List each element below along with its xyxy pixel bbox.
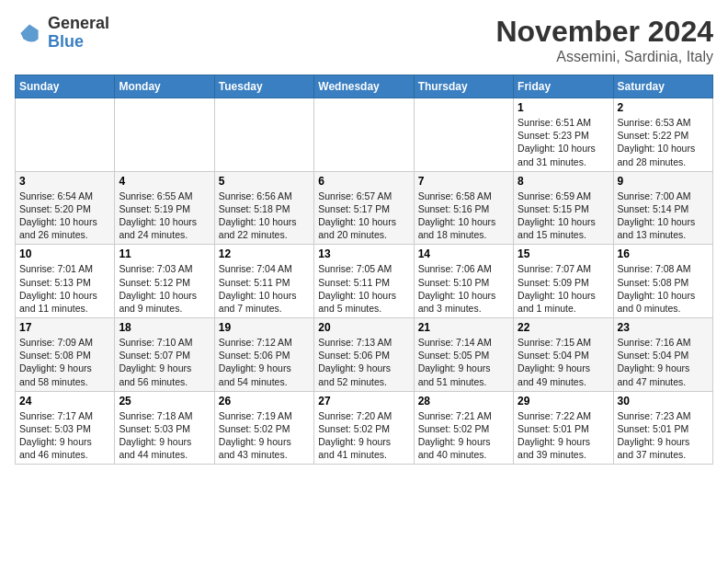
day-number: 13 — [318, 247, 409, 260]
day-number: 9 — [618, 175, 709, 188]
weekday-header-friday: Friday — [514, 75, 613, 98]
calendar-cell: 13Sunrise: 7:05 AM Sunset: 5:11 PM Dayli… — [314, 245, 414, 318]
calendar-week-4: 17Sunrise: 7:09 AM Sunset: 5:08 PM Dayli… — [16, 318, 713, 392]
calendar-cell: 28Sunrise: 7:21 AM Sunset: 5:02 PM Dayli… — [414, 391, 513, 465]
calendar-week-1: 1Sunrise: 6:51 AM Sunset: 5:23 PM Daylig… — [16, 98, 713, 172]
calendar-cell: 23Sunrise: 7:16 AM Sunset: 5:04 PM Dayli… — [613, 318, 712, 392]
calendar-cell: 18Sunrise: 7:10 AM Sunset: 5:07 PM Dayli… — [115, 318, 214, 392]
day-info: Sunrise: 7:03 AM Sunset: 5:12 PM Dayligh… — [119, 262, 210, 315]
calendar-cell: 17Sunrise: 7:09 AM Sunset: 5:08 PM Dayli… — [16, 318, 115, 392]
calendar-cell: 15Sunrise: 7:07 AM Sunset: 5:09 PM Dayli… — [514, 245, 613, 318]
calendar-cell: 6Sunrise: 6:57 AM Sunset: 5:17 PM Daylig… — [314, 171, 414, 245]
logo: General Blue — [15, 15, 109, 52]
day-number: 29 — [518, 395, 609, 408]
day-number: 28 — [418, 395, 509, 408]
logo-icon — [15, 18, 44, 48]
day-info: Sunrise: 7:08 AM Sunset: 5:08 PM Dayligh… — [618, 262, 709, 315]
calendar-cell: 9Sunrise: 7:00 AM Sunset: 5:14 PM Daylig… — [613, 171, 712, 245]
day-info: Sunrise: 6:54 AM Sunset: 5:20 PM Dayligh… — [19, 190, 110, 242]
day-info: Sunrise: 6:51 AM Sunset: 5:23 PM Dayligh… — [518, 116, 609, 168]
day-info: Sunrise: 7:18 AM Sunset: 5:03 PM Dayligh… — [119, 409, 210, 462]
day-info: Sunrise: 7:15 AM Sunset: 5:04 PM Dayligh… — [518, 336, 609, 388]
calendar-week-3: 10Sunrise: 7:01 AM Sunset: 5:13 PM Dayli… — [16, 245, 713, 318]
day-info: Sunrise: 7:05 AM Sunset: 5:11 PM Dayligh… — [318, 262, 409, 315]
day-info: Sunrise: 7:19 AM Sunset: 5:02 PM Dayligh… — [219, 409, 310, 462]
calendar-cell — [16, 98, 115, 172]
weekday-header-monday: Monday — [115, 75, 214, 98]
day-info: Sunrise: 7:13 AM Sunset: 5:06 PM Dayligh… — [318, 336, 409, 388]
calendar-cell: 3Sunrise: 6:54 AM Sunset: 5:20 PM Daylig… — [16, 171, 115, 245]
calendar-week-2: 3Sunrise: 6:54 AM Sunset: 5:20 PM Daylig… — [16, 171, 713, 245]
day-number: 21 — [418, 321, 509, 334]
day-number: 6 — [318, 175, 409, 188]
page-header: General Blue November 2024 Assemini, Sar… — [15, 15, 713, 65]
calendar-cell: 20Sunrise: 7:13 AM Sunset: 5:06 PM Dayli… — [314, 318, 414, 392]
day-number: 23 — [618, 321, 709, 334]
day-number: 17 — [19, 321, 110, 334]
day-number: 14 — [418, 247, 509, 260]
day-info: Sunrise: 7:09 AM Sunset: 5:08 PM Dayligh… — [19, 336, 110, 388]
day-info: Sunrise: 7:00 AM Sunset: 5:14 PM Dayligh… — [618, 190, 709, 242]
location: Assemini, Sardinia, Italy — [495, 49, 713, 65]
title-block: November 2024 Assemini, Sardinia, Italy — [495, 15, 713, 65]
calendar-cell: 11Sunrise: 7:03 AM Sunset: 5:12 PM Dayli… — [115, 245, 214, 318]
day-number: 25 — [119, 395, 210, 408]
day-number: 11 — [119, 247, 210, 260]
weekday-header-wednesday: Wednesday — [314, 75, 414, 98]
day-number: 24 — [19, 395, 110, 408]
day-info: Sunrise: 7:06 AM Sunset: 5:10 PM Dayligh… — [418, 262, 509, 315]
day-info: Sunrise: 6:59 AM Sunset: 5:15 PM Dayligh… — [518, 190, 609, 242]
weekday-header-sunday: Sunday — [16, 75, 115, 98]
calendar-cell: 21Sunrise: 7:14 AM Sunset: 5:05 PM Dayli… — [414, 318, 513, 392]
calendar-cell: 10Sunrise: 7:01 AM Sunset: 5:13 PM Dayli… — [16, 245, 115, 318]
calendar: SundayMondayTuesdayWednesdayThursdayFrid… — [15, 75, 713, 465]
day-info: Sunrise: 6:57 AM Sunset: 5:17 PM Dayligh… — [318, 190, 409, 242]
weekday-header-row: SundayMondayTuesdayWednesdayThursdayFrid… — [16, 75, 713, 98]
logo-general: General — [48, 15, 109, 33]
calendar-cell: 5Sunrise: 6:56 AM Sunset: 5:18 PM Daylig… — [214, 171, 313, 245]
day-info: Sunrise: 6:55 AM Sunset: 5:19 PM Dayligh… — [119, 190, 210, 242]
logo-text: General Blue — [48, 15, 109, 52]
day-number: 5 — [219, 175, 310, 188]
calendar-cell: 30Sunrise: 7:23 AM Sunset: 5:01 PM Dayli… — [613, 391, 712, 465]
calendar-cell: 1Sunrise: 6:51 AM Sunset: 5:23 PM Daylig… — [514, 98, 613, 172]
day-info: Sunrise: 7:17 AM Sunset: 5:03 PM Dayligh… — [19, 409, 110, 462]
calendar-cell: 19Sunrise: 7:12 AM Sunset: 5:06 PM Dayli… — [214, 318, 313, 392]
day-number: 1 — [518, 101, 609, 114]
weekday-header-saturday: Saturday — [613, 75, 712, 98]
weekday-header-tuesday: Tuesday — [214, 75, 313, 98]
day-number: 10 — [19, 247, 110, 260]
calendar-body: 1Sunrise: 6:51 AM Sunset: 5:23 PM Daylig… — [16, 98, 713, 465]
day-info: Sunrise: 7:21 AM Sunset: 5:02 PM Dayligh… — [418, 409, 509, 462]
day-info: Sunrise: 7:16 AM Sunset: 5:04 PM Dayligh… — [618, 336, 709, 388]
day-number: 12 — [219, 247, 310, 260]
calendar-cell — [314, 98, 414, 172]
day-number: 22 — [518, 321, 609, 334]
day-info: Sunrise: 7:23 AM Sunset: 5:01 PM Dayligh… — [618, 409, 709, 462]
day-info: Sunrise: 7:10 AM Sunset: 5:07 PM Dayligh… — [119, 336, 210, 388]
weekday-header-thursday: Thursday — [414, 75, 513, 98]
calendar-cell: 12Sunrise: 7:04 AM Sunset: 5:11 PM Dayli… — [214, 245, 313, 318]
day-number: 16 — [618, 247, 709, 260]
day-info: Sunrise: 7:01 AM Sunset: 5:13 PM Dayligh… — [19, 262, 110, 315]
logo-blue: Blue — [48, 33, 109, 52]
day-info: Sunrise: 6:56 AM Sunset: 5:18 PM Dayligh… — [219, 190, 310, 242]
day-number: 3 — [19, 175, 110, 188]
calendar-week-5: 24Sunrise: 7:17 AM Sunset: 5:03 PM Dayli… — [16, 391, 713, 465]
calendar-cell: 7Sunrise: 6:58 AM Sunset: 5:16 PM Daylig… — [414, 171, 513, 245]
day-info: Sunrise: 6:58 AM Sunset: 5:16 PM Dayligh… — [418, 190, 509, 242]
day-number: 7 — [418, 175, 509, 188]
calendar-cell — [214, 98, 313, 172]
calendar-cell: 26Sunrise: 7:19 AM Sunset: 5:02 PM Dayli… — [214, 391, 313, 465]
calendar-cell: 16Sunrise: 7:08 AM Sunset: 5:08 PM Dayli… — [613, 245, 712, 318]
day-info: Sunrise: 6:53 AM Sunset: 5:22 PM Dayligh… — [618, 116, 709, 168]
calendar-header: SundayMondayTuesdayWednesdayThursdayFrid… — [16, 75, 713, 98]
day-info: Sunrise: 7:07 AM Sunset: 5:09 PM Dayligh… — [518, 262, 609, 315]
day-number: 8 — [518, 175, 609, 188]
day-info: Sunrise: 7:12 AM Sunset: 5:06 PM Dayligh… — [219, 336, 310, 388]
day-info: Sunrise: 7:20 AM Sunset: 5:02 PM Dayligh… — [318, 409, 409, 462]
calendar-cell — [414, 98, 513, 172]
calendar-cell: 2Sunrise: 6:53 AM Sunset: 5:22 PM Daylig… — [613, 98, 712, 172]
calendar-cell: 27Sunrise: 7:20 AM Sunset: 5:02 PM Dayli… — [314, 391, 414, 465]
calendar-cell: 14Sunrise: 7:06 AM Sunset: 5:10 PM Dayli… — [414, 245, 513, 318]
